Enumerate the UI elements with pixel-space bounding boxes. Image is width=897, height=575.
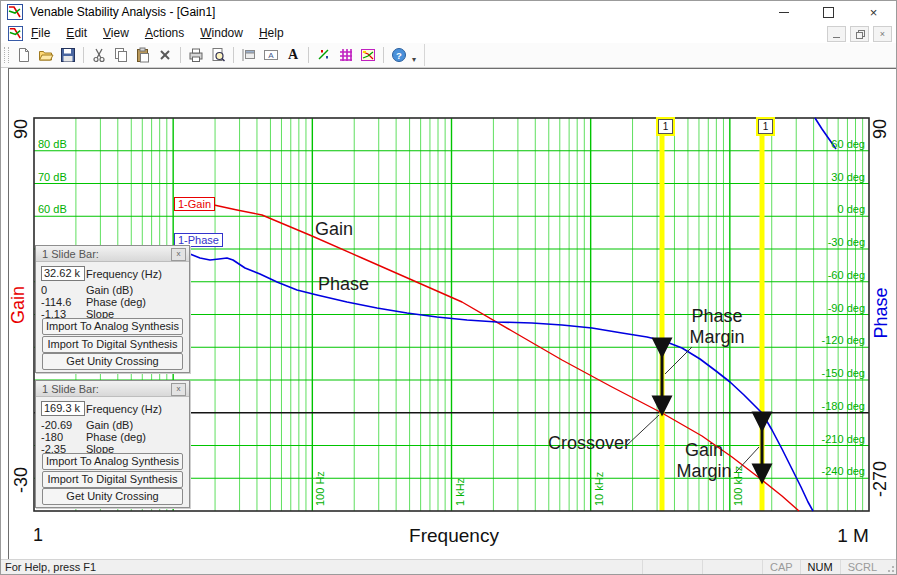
db-gridline-label: 60 dB <box>38 203 67 215</box>
import-to-digital-synthesis-button[interactable]: Import To Digital Synthesis <box>42 471 183 488</box>
open-icon[interactable] <box>36 46 56 64</box>
deg-gridline-label: -120 deg <box>822 334 865 346</box>
slide-bar-value: -180 <box>41 431 83 443</box>
print-icon[interactable] <box>186 46 206 64</box>
phase-curve-wrap <box>815 118 836 149</box>
gain-axis-top-value: 90 <box>11 119 31 139</box>
status-help-text: For Help, press F1 <box>5 561 96 573</box>
menu-bar: FileEditViewActionsWindowHelp × <box>1 23 896 43</box>
deg-gridline-label: -180 deg <box>822 400 865 412</box>
menu-item-actions[interactable]: Actions <box>137 24 192 42</box>
svg-text:?: ? <box>396 50 402 61</box>
deg-gridline-label: 0 deg <box>837 203 865 215</box>
slide-bar-title[interactable]: 1 Slide Bar: <box>36 246 189 262</box>
import-to-analog-synthesis-button[interactable]: Import To Analog Synthesis <box>42 318 183 335</box>
slide-bar-panel[interactable]: 1 Slide Bar: x 32.62 k Frequency (Hz) 0G… <box>35 245 190 373</box>
gain-axis-bottom-value: -30 <box>11 467 31 493</box>
frequency-input[interactable]: 169.3 k <box>41 401 85 416</box>
gain-axis-title: Gain <box>9 286 28 324</box>
deg-gridline-label: -210 deg <box>822 433 865 445</box>
import-to-analog-synthesis-button[interactable]: Import To Analog Synthesis <box>42 453 183 470</box>
get-unity-crossing-button[interactable]: Get Unity Crossing <box>42 353 183 370</box>
toolbar: A A ? ▾ <box>1 43 896 68</box>
slide-bar-value-label: Phase (deg) <box>86 296 146 308</box>
phase-curve-label: Phase <box>318 274 369 295</box>
menu-item-file[interactable]: File <box>23 24 58 42</box>
axis-settings-icon[interactable] <box>314 46 334 64</box>
slide-bar-title[interactable]: 1 Slide Bar: <box>36 381 189 397</box>
menu-item-view[interactable]: View <box>95 24 137 42</box>
slide-bar-marker-handle[interactable]: 1 <box>758 119 773 134</box>
menu-item-window[interactable]: Window <box>192 24 251 42</box>
x-axis-max-label: 1 M <box>837 525 869 546</box>
deg-gridline-label: 60 deg <box>831 138 865 150</box>
toolbar-overflow-icon[interactable]: ▾ <box>412 55 416 67</box>
close-icon[interactable]: x <box>171 248 186 261</box>
deg-gridline-label: -90 deg <box>828 302 865 314</box>
status-indicator-scrl: SCRL <box>840 560 884 574</box>
svg-text:A: A <box>268 51 274 60</box>
slide-bar-panel[interactable]: 1 Slide Bar: x 169.3 k Frequency (Hz) -2… <box>35 380 190 508</box>
slide-bar-icon[interactable] <box>239 46 259 64</box>
gain-curve-label: Gain <box>315 219 353 240</box>
menu-item-help[interactable]: Help <box>251 24 292 42</box>
delete-icon[interactable] <box>155 46 175 64</box>
app-icon <box>7 4 23 20</box>
curve-tag-1-gain[interactable]: 1-Gain <box>174 197 215 211</box>
new-icon[interactable] <box>14 46 34 64</box>
status-indicator-cap: CAP <box>762 560 800 574</box>
deg-gridline-label: -240 deg <box>822 465 865 477</box>
slide-bar-value: 0 <box>41 284 83 296</box>
slide-bar-value: -114.6 <box>41 296 83 308</box>
minimize-button[interactable] <box>761 1 806 23</box>
status-bar: For Help, press F1 CAPNUMSCRL <box>1 559 896 574</box>
close-icon[interactable]: x <box>171 383 186 396</box>
save-icon[interactable] <box>58 46 78 64</box>
help-icon[interactable]: ? <box>389 46 409 64</box>
mdi-restore-button[interactable] <box>850 26 869 42</box>
text-box-icon[interactable]: A <box>261 46 281 64</box>
deg-gridline-label: 30 deg <box>831 171 865 183</box>
x-axis-title: Frequency <box>409 525 499 546</box>
copy-icon[interactable] <box>111 46 131 64</box>
bold-text-icon[interactable]: A <box>283 46 303 64</box>
matrix-icon[interactable] <box>336 46 356 64</box>
db-gridline-label: 70 dB <box>38 171 67 183</box>
paste-icon[interactable] <box>133 46 153 64</box>
app-window: Venable Stability Analysis - [Gain1] × F… <box>0 0 897 575</box>
graph-settings-icon[interactable] <box>358 46 378 64</box>
frequency-input[interactable]: 32.62 k <box>41 266 85 281</box>
status-pane <box>642 560 702 574</box>
frequency-label: Frequency (Hz) <box>86 268 162 280</box>
phase-axis-title: Phase <box>871 287 891 338</box>
frequency-gridline-label: 10 kHz <box>593 472 605 506</box>
maximize-button[interactable] <box>806 1 851 23</box>
frequency-gridline-label: 1 kHz <box>454 478 466 506</box>
import-to-digital-synthesis-button[interactable]: Import To Digital Synthesis <box>42 336 183 353</box>
slide-bar-value: -20.69 <box>41 419 83 431</box>
resize-grip[interactable] <box>884 560 896 574</box>
window-title: Venable Stability Analysis - [Gain1] <box>30 5 215 19</box>
phase-margin-label: Phase Margin <box>667 306 767 348</box>
close-button[interactable]: × <box>851 1 896 23</box>
cut-icon[interactable] <box>89 46 109 64</box>
status-pane <box>702 560 762 574</box>
frequency-gridline-label: 100 Hz <box>314 471 326 506</box>
status-indicator-num: NUM <box>800 560 840 574</box>
mdi-minimize-button[interactable] <box>827 26 846 42</box>
slide-bar-marker-handle[interactable]: 1 <box>658 119 673 134</box>
document-icon <box>8 26 23 41</box>
x-axis-min-label: 1 <box>33 525 43 545</box>
phase-axis-bottom-value: -270 <box>870 461 890 497</box>
toolbar-grip[interactable] <box>4 47 9 63</box>
mdi-close-button[interactable]: × <box>873 26 892 42</box>
print-preview-icon[interactable] <box>208 46 228 64</box>
get-unity-crossing-button[interactable]: Get Unity Crossing <box>42 488 183 505</box>
menu-item-edit[interactable]: Edit <box>58 24 95 42</box>
gain-margin-label: Gain Margin <box>654 440 754 482</box>
annotation-pointer-line <box>665 347 692 374</box>
deg-gridline-label: -60 deg <box>828 269 865 281</box>
chart-client-area: 80 dB70 dB60 dB60 deg30 deg0 deg-30 deg-… <box>8 68 896 560</box>
phase-axis-top-value: 90 <box>870 119 890 139</box>
title-bar: Venable Stability Analysis - [Gain1] × <box>1 1 896 23</box>
